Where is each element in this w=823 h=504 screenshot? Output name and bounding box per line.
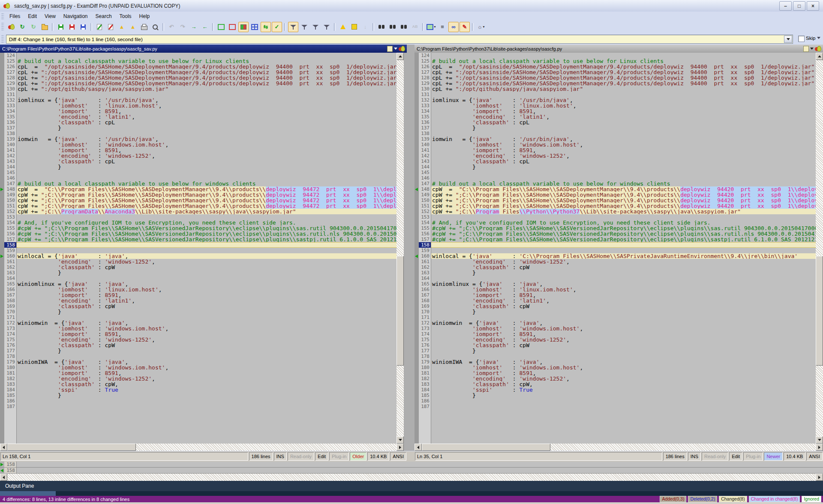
find-previous-button[interactable] (399, 22, 409, 32)
code-line-134[interactable]: 134 'iomport' : 8591, (415, 108, 816, 114)
recompare-button[interactable]: ↻ (17, 22, 27, 32)
code-line-155[interactable]: 155#cpW += ";C:\\Program Files\\SASHome\… (0, 225, 396, 231)
show-panes-button[interactable]: ▾ (426, 22, 436, 32)
code-line-137[interactable]: 137 } (415, 125, 816, 131)
code-line-178[interactable]: 178 (0, 354, 396, 359)
code-line-139[interactable]: 139iomwin = {'java' : '/usr/bin/java', (415, 136, 816, 142)
code-line-182[interactable]: 182 'encoding' : 'windows-1252', (0, 376, 396, 381)
code-line-127[interactable]: 127cpL += ":/opt/sasinside/SASHome/SASDe… (415, 69, 816, 75)
code-line-167[interactable]: 167 'iomport' : 8591, (0, 292, 396, 298)
code-line-159[interactable]: 159 (0, 248, 396, 253)
code-line-157[interactable]: 157#cpW += ";C:\\Program Files\\SASHome\… (0, 237, 396, 242)
code-line-169[interactable]: 169 'classpath' : cpW (0, 303, 396, 309)
code-line-167[interactable]: 167 'iomport' : 8591, (415, 292, 816, 298)
menu-item-edit[interactable]: Edit (24, 12, 41, 20)
code-line-173[interactable]: 173 'iomhost' : 'windows.iom.host', (0, 326, 396, 331)
code-line-174[interactable]: 174 'iomport' : 8591, (0, 331, 396, 337)
code-line-140[interactable]: 140 'iomhost' : 'windows.iom.host', (0, 142, 396, 147)
match-case-button[interactable]: AB (410, 22, 420, 32)
code-line-171[interactable]: 171 (0, 315, 396, 320)
first-pane-horizontal-scrollbar[interactable] (0, 444, 404, 451)
menu-item-files[interactable]: Files (6, 12, 24, 20)
code-line-181[interactable]: 181 'iomport' : 8591, (0, 370, 396, 376)
save-first-button[interactable] (56, 22, 66, 32)
editor-options-button[interactable]: ✎ (460, 22, 470, 32)
output-pane-header[interactable]: Output Pane (0, 481, 823, 491)
code-line-184[interactable]: 184 'sspi' : True (415, 387, 816, 393)
menu-item-help[interactable]: Help (135, 12, 154, 20)
minimize-button[interactable]: – (779, 1, 792, 11)
show-changed-filter-button[interactable] (321, 22, 332, 32)
code-line-151[interactable]: 151cpW += ";C:\\Program Files\\SASHome\\… (415, 203, 816, 209)
split-view-button[interactable] (238, 22, 249, 32)
code-line-187[interactable]: 187 (415, 404, 816, 409)
code-line-175[interactable]: 175 'encoding' : 'windows-1252', (415, 337, 816, 342)
code-line-158[interactable]: 158 (0, 242, 396, 248)
code-line-152[interactable]: 152cpW += ";C:\\ProgramData\\Anaconda3\\… (0, 209, 396, 214)
grid-view-button[interactable] (249, 22, 260, 32)
code-line-140[interactable]: 140 'iomhost' : 'windows.iom.host', (415, 142, 816, 147)
code-line-143[interactable]: 143 'classpath' : cpL (415, 159, 816, 164)
file-actions-dropdown-icon[interactable] (810, 48, 814, 50)
code-line-178[interactable]: 178 (415, 354, 816, 359)
second-file-header[interactable]: C:\Program Files\Python\Python37\Lib\sit… (415, 45, 823, 53)
code-line-168[interactable]: 168 'encoding' : 'latin1', (415, 298, 816, 303)
code-line-145[interactable]: 145 (0, 170, 396, 175)
code-line-168[interactable]: 168 'encoding' : 'latin1', (0, 298, 396, 303)
code-line-155[interactable]: 155#cpW += ";C:\\Program Files\\SASHome\… (415, 225, 816, 231)
current-diff-row[interactable]: 158 (0, 468, 823, 474)
undo-button[interactable]: ↶ (166, 22, 177, 32)
code-line-154[interactable]: 154# And, if you've configured IOM to us… (415, 220, 816, 225)
save-both-button[interactable] (78, 22, 88, 32)
code-line-161[interactable]: 161 'encoding' : 'windows-1252', (0, 259, 396, 264)
code-line-175[interactable]: 175 'encoding' : 'windows-1252', (0, 337, 396, 342)
pane-splitter[interactable] (404, 53, 415, 451)
code-line-183[interactable]: 183 'classpath' : cpW, (415, 381, 816, 387)
code-line-150[interactable]: 150cpW += ";C:\\Program Files\\SASHome\\… (0, 198, 396, 203)
menu-item-tools[interactable]: Tools (116, 12, 135, 20)
code-line-156[interactable]: 156#cpW += ";C:\\Program Files\\SASHome\… (0, 231, 396, 237)
edit-first-button[interactable] (94, 22, 105, 32)
code-line-128[interactable]: 128cpL += ":/opt/sasinside/SASHome/SASDe… (415, 75, 816, 81)
manual-alignment-button[interactable]: ↓ (360, 22, 370, 32)
code-line-126[interactable]: 126cpL = "/opt/sasinside/SASHome/SASDepl… (0, 64, 396, 69)
code-line-185[interactable]: 185 } (0, 393, 396, 398)
compare-icon[interactable] (399, 46, 405, 51)
code-line-153[interactable]: 153 (0, 214, 396, 220)
code-line-164[interactable]: 164 (0, 276, 396, 281)
save-as-first-button[interactable]: ▲ (117, 22, 127, 32)
code-line-187[interactable]: 187 (0, 404, 396, 409)
options-button[interactable]: ☼▾ (476, 22, 486, 32)
code-line-173[interactable]: 173 'iomhost' : 'windows.iom.host', (415, 326, 816, 331)
code-line-179[interactable]: 179winiomIWA = {'java' : 'java', (415, 359, 816, 365)
output-pane-tab[interactable] (0, 491, 56, 496)
redo-button[interactable]: ↷ (177, 22, 188, 32)
code-line-186[interactable]: 186 (415, 398, 816, 404)
code-line-184[interactable]: 184 'sspi' : True (0, 387, 396, 393)
maximize-button[interactable]: □ (793, 1, 805, 11)
code-line-163[interactable]: 163 } (415, 270, 816, 276)
menu-item-search[interactable]: Search (92, 12, 116, 20)
compare-icon[interactable] (815, 46, 821, 51)
find-button[interactable] (376, 22, 387, 32)
print-preview-button[interactable] (150, 22, 160, 32)
code-line-176[interactable]: 176 'classpath' : cpW (0, 342, 396, 348)
swap-and-recompare-button[interactable]: ↻ (28, 22, 39, 32)
code-line-169[interactable]: 169 'classpath' : cpW (415, 303, 816, 309)
diff-combo-dropdown-icon[interactable] (784, 36, 792, 43)
save-as-second-button[interactable]: ▲ (128, 22, 138, 32)
code-line-133[interactable]: 133 'iomhost' : 'linux.iom.host', (415, 103, 816, 108)
open-and-compare-button[interactable] (6, 22, 16, 32)
code-line-146[interactable]: 146 (0, 175, 396, 181)
code-line-172[interactable]: 172winiomwin = {'java' : 'java', (415, 320, 816, 326)
find-next-button[interactable] (387, 22, 398, 32)
code-line-157[interactable]: 157#cpW += ";C:\\Program Files\\SASHome\… (415, 237, 816, 242)
code-line-172[interactable]: 172winiomwin = {'java' : 'java', (0, 320, 396, 326)
code-line-170[interactable]: 170 } (415, 309, 816, 315)
code-line-185[interactable]: 185 } (415, 393, 816, 398)
auto-recompare-button[interactable]: ✓ (272, 22, 282, 32)
first-file-header[interactable]: C:\Program Files\Python\Python37\Lib\sit… (0, 45, 407, 53)
file-actions-icon[interactable] (803, 46, 809, 52)
code-line-161[interactable]: 161 'encoding' : 'windows-1252', (415, 259, 816, 264)
toolbar-overflow-chevron-icon[interactable] (817, 37, 820, 39)
